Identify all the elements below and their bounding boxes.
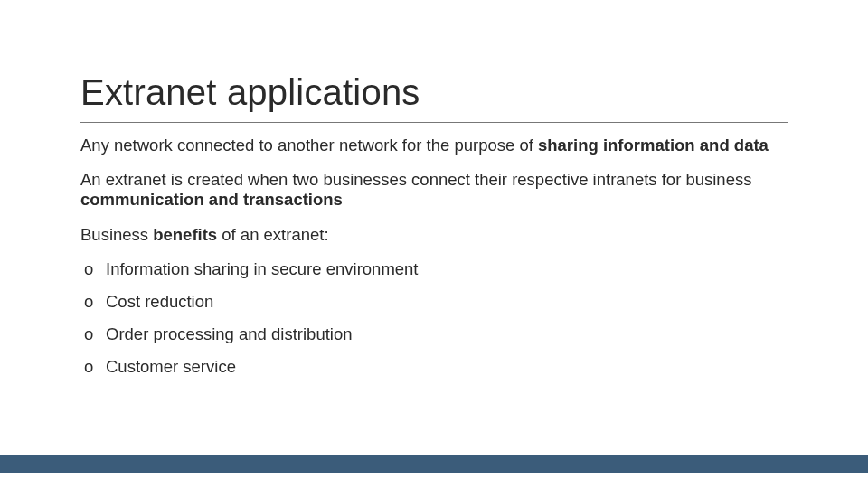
list-item: o Information sharing in secure environm… [80,259,788,279]
slide-title: Extranet applications [80,72,420,113]
slide: Extranet applications Any network connec… [0,0,868,488]
para3-bold: benefits [153,225,217,244]
slide-body: Any network connected to another network… [80,136,788,390]
bullet-marker: o [84,324,93,344]
bullet-marker: o [84,357,93,377]
para3-text-a: Business [80,225,153,244]
bullet-marker: o [84,259,93,279]
paragraph-3: Business benefits of an extranet: [80,225,788,245]
para2-text: An extranet is created when two business… [80,170,751,189]
para2-bold: communication and transactions [80,190,343,209]
para3-text-c: of an extranet: [217,225,328,244]
list-item-label: Order processing and distribution [106,324,353,343]
title-underline [80,122,788,123]
list-item-label: Customer service [106,357,236,376]
paragraph-1: Any network connected to another network… [80,136,788,155]
para1-text: Any network connected to another network… [80,136,538,155]
list-item: o Cost reduction [80,292,788,312]
bullet-marker: o [84,292,93,312]
para1-bold: sharing information and data [538,136,769,155]
benefits-list: o Information sharing in secure environm… [80,259,788,378]
list-item: o Order processing and distribution [80,324,788,344]
paragraph-2: An extranet is created when two business… [80,170,788,210]
list-item: o Customer service [80,357,788,377]
footer-accent-bar [0,455,868,473]
list-item-label: Cost reduction [106,292,213,311]
list-item-label: Information sharing in secure environmen… [106,259,419,278]
